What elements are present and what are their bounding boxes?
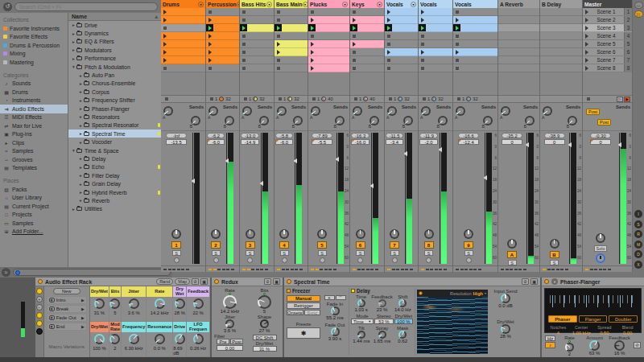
macro-knob[interactable] xyxy=(109,334,120,344)
tree-item[interactable]: ▸Phaser-Flanger xyxy=(68,105,161,113)
macro-knob[interactable] xyxy=(175,334,185,344)
track-header[interactable]: Plucks▾ xyxy=(308,0,349,8)
clip-slot[interactable] xyxy=(308,24,349,32)
stop-all-icon[interactable] xyxy=(244,97,247,101)
fader-handle[interactable] xyxy=(335,157,339,162)
clip-stop-icon[interactable] xyxy=(387,59,390,62)
tree-item[interactable]: ▸Hybrid Reverb xyxy=(68,188,161,196)
clip-slot[interactable] xyxy=(540,16,582,24)
volume-field[interactable]: 0 xyxy=(590,139,611,145)
clip-slot[interactable] xyxy=(350,48,384,56)
macro-variation-row[interactable]: ◉End▶ xyxy=(47,323,87,331)
clip-slot[interactable] xyxy=(540,24,582,32)
tree-item[interactable]: ▸Echo xyxy=(68,163,161,171)
clip-slot[interactable] xyxy=(498,40,539,48)
clip-slot[interactable] xyxy=(498,64,539,72)
clip-slot[interactable] xyxy=(540,56,582,64)
collection-item[interactable]: Favorite Instruments xyxy=(0,24,68,33)
clip-slot[interactable] xyxy=(240,16,274,24)
tree-item[interactable]: ▸Reverb xyxy=(68,196,161,204)
tab-flanger[interactable]: Flanger xyxy=(579,315,608,323)
expand-arrow-icon[interactable]: ▸ xyxy=(78,106,84,111)
clip-slot[interactable] xyxy=(275,56,308,64)
clip-slot[interactable] xyxy=(275,32,308,40)
playing-clip-icon[interactable] xyxy=(240,24,247,31)
track-activator-button[interactable]: B xyxy=(550,251,559,258)
clip-slot[interactable] xyxy=(240,48,274,56)
clip-stop-icon[interactable] xyxy=(353,10,356,14)
track-header[interactable]: Vocals xyxy=(419,0,452,8)
clip-launch-icon[interactable] xyxy=(163,10,167,14)
macro-knob[interactable] xyxy=(94,298,105,309)
shift-knob[interactable] xyxy=(398,299,407,307)
track-activator-button[interactable]: 9 xyxy=(464,241,473,249)
volume-field[interactable]: -2.0 xyxy=(419,139,438,145)
clip-launch-icon[interactable] xyxy=(163,58,167,63)
scene-row[interactable]: Scene 66 xyxy=(583,48,632,56)
clip-slot[interactable] xyxy=(540,48,582,56)
clip-slot[interactable] xyxy=(350,64,384,72)
macro-knob[interactable] xyxy=(193,298,204,309)
sidebar-item-max-for-live[interactable]: ⇄Max for Live xyxy=(0,121,68,130)
variation-launch-icon[interactable]: ▶ xyxy=(81,306,85,311)
expand-arrow-icon[interactable]: ▸ xyxy=(71,23,76,27)
mixer-section-toggle-s[interactable]: S xyxy=(634,220,642,228)
track-menu-icon[interactable]: ▾ xyxy=(411,2,416,7)
stop-all-icon[interactable] xyxy=(457,97,460,101)
input-send-knob[interactable] xyxy=(501,294,510,303)
clip-slot[interactable] xyxy=(540,8,582,16)
tree-item[interactable]: ▸Dynamics xyxy=(68,29,161,37)
pan-knob[interactable] xyxy=(550,239,559,249)
rand-button[interactable]: Rand xyxy=(156,278,173,285)
search-input[interactable] xyxy=(14,2,158,11)
expand-arrow-icon[interactable]: ▸ xyxy=(78,123,84,128)
freezer-on-icon[interactable] xyxy=(287,289,291,293)
clip-stop-icon[interactable] xyxy=(277,59,280,62)
clip-slot[interactable] xyxy=(385,8,418,16)
clip-slot[interactable] xyxy=(308,64,349,72)
clip-slot[interactable] xyxy=(206,56,239,64)
expand-arrow-icon[interactable]: ▸ xyxy=(78,173,84,178)
track-activator-button[interactable]: A xyxy=(507,251,517,258)
fade-out-knob[interactable] xyxy=(331,327,340,336)
fader-handle[interactable] xyxy=(483,175,487,180)
track-activator-button[interactable]: 4 xyxy=(279,241,289,249)
solo-button[interactable]: S xyxy=(246,250,254,256)
clip-stop-icon[interactable] xyxy=(242,19,246,22)
clip-slot[interactable] xyxy=(350,24,384,32)
clip-stop-icon[interactable] xyxy=(242,43,246,46)
clip-slot[interactable] xyxy=(419,8,452,16)
clip-launch-icon[interactable] xyxy=(311,66,314,71)
pan-knob[interactable] xyxy=(424,229,434,239)
expand-arrow-icon[interactable]: ▸ xyxy=(78,89,84,94)
fader-handle[interactable] xyxy=(225,158,229,163)
playing-clip-icon[interactable] xyxy=(385,24,392,31)
stop-all-icon[interactable] xyxy=(312,97,316,101)
tree-item[interactable]: ▸Corpus xyxy=(68,88,161,96)
clip-launch-icon[interactable] xyxy=(421,50,424,55)
sidebar-item-templates[interactable]: ▤Templates xyxy=(0,164,68,173)
clip-stop-icon[interactable] xyxy=(277,35,280,38)
clip-slot[interactable] xyxy=(419,24,452,32)
clip-slot[interactable] xyxy=(498,32,539,40)
expand-arrow-icon[interactable]: ▸ xyxy=(71,31,76,36)
track-activator-button[interactable]: 3 xyxy=(246,241,255,249)
track-menu-icon[interactable]: ▾ xyxy=(237,2,239,7)
clip-slot[interactable] xyxy=(308,32,349,40)
macro-knob[interactable] xyxy=(175,298,185,309)
mixer-section-toggle-x[interactable]: X xyxy=(634,261,642,269)
pan-knob[interactable] xyxy=(507,239,517,249)
spectral-title-bar[interactable]: Spectral Time ⊘ ▣ xyxy=(284,278,540,286)
preview-volume-knob[interactable] xyxy=(596,253,605,263)
clip-launch-icon[interactable] xyxy=(208,58,212,63)
save-preset-icon[interactable]: ▣ xyxy=(530,278,538,285)
clip-stop-icon[interactable] xyxy=(277,10,280,14)
onsets-button[interactable]: Onsets xyxy=(287,310,303,315)
fader-handle[interactable] xyxy=(293,158,297,163)
clip-slot[interactable] xyxy=(385,56,418,64)
expand-arrow-icon[interactable]: ▸ xyxy=(78,182,84,187)
clip-launch-icon[interactable] xyxy=(311,50,314,55)
clip-launch-icon[interactable] xyxy=(311,18,314,23)
chain-list-icon[interactable] xyxy=(36,328,43,335)
stop-all-icon[interactable] xyxy=(587,97,590,101)
